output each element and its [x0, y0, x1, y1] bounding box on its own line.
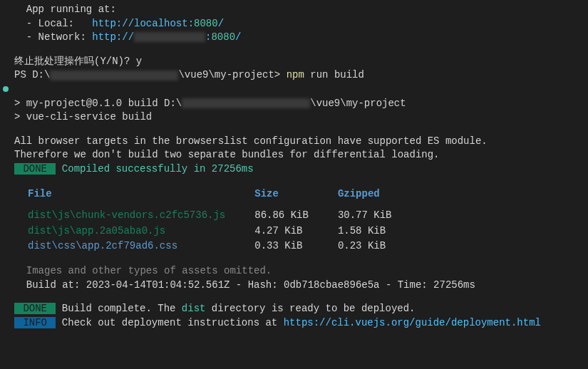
- info-badge: INFO: [14, 317, 56, 328]
- col-size: Size: [254, 187, 337, 209]
- file-cell: dist\js\app.2a05aba0.js: [27, 224, 254, 239]
- size-cell: 86.86 KiB: [254, 208, 337, 224]
- app-running-local: - Local: http://localhost:8080/: [14, 17, 574, 31]
- col-gzipped: Gzipped: [337, 187, 421, 209]
- redacted-host: [134, 32, 205, 42]
- build-cli-line: > vue-cli-service build: [14, 110, 574, 125]
- table-row: dist\js\chunk-vendors.c2fc5736.js86.86 K…: [27, 208, 421, 224]
- done-build-complete: DONE Build complete. The dist directory …: [14, 302, 574, 316]
- col-file: File: [27, 187, 254, 209]
- build-files-table: File Size Gzipped dist\js\chunk-vendors.…: [27, 187, 421, 254]
- compiled-line: DONE Compiled successfully in 27256ms: [14, 162, 574, 177]
- done-badge-2: DONE: [14, 303, 56, 314]
- assets-omitted: Images and other types of assets omitted…: [14, 264, 574, 279]
- table-header-row: File Size Gzipped: [27, 187, 421, 209]
- terminate-prompt: 终止批处理操作吗(Y/N)? y: [14, 55, 574, 69]
- redacted-path2: [182, 98, 310, 108]
- size-cell: 4.27 KiB: [254, 224, 337, 239]
- table-row: dist\js\app.2a05aba0.js4.27 KiB1.58 KiB: [27, 224, 421, 239]
- gzipped-cell: 0.23 KiB: [337, 239, 421, 254]
- body-differential: Therefore we don't build two separate bu…: [14, 148, 574, 162]
- build-meta: Build at: 2023-04-14T01:04:52.561Z - Has…: [14, 279, 574, 293]
- gzipped-cell: 1.58 KiB: [337, 224, 421, 239]
- info-deployment: INFO Check out deployment instructions a…: [14, 316, 574, 331]
- app-running-network: - Network: http://:8080/: [14, 31, 574, 45]
- redacted-path: [50, 71, 178, 80]
- indicator-dot-line: [14, 83, 574, 97]
- deployment-url[interactable]: https://cli.vuejs.org/guide/deployment.h…: [284, 317, 541, 328]
- file-cell: dist\js\chunk-vendors.c2fc5736.js: [27, 208, 254, 224]
- gzipped-cell: 30.77 KiB: [337, 208, 421, 224]
- activity-dot-icon: [3, 86, 9, 92]
- terminal-output: App running at: - Local: http://localhos…: [0, 0, 588, 337]
- body-es-module: All browser targets in the browserslist …: [14, 135, 574, 149]
- network-url[interactable]: http://:8080/: [92, 31, 241, 43]
- ps-prompt[interactable]: PS D:\\vue9\my-project> npm run build: [14, 68, 574, 83]
- local-url[interactable]: http://localhost:8080/: [92, 18, 224, 29]
- file-cell: dist\css\app.2cf79ad6.css: [27, 239, 254, 254]
- table-row: dist\css\app.2cf79ad6.css0.33 KiB0.23 Ki…: [27, 239, 421, 254]
- done-badge: DONE: [14, 163, 56, 175]
- build-package-line: > my-project@0.1.0 build D:\\vue9\my-pro…: [14, 97, 574, 111]
- size-cell: 0.33 KiB: [254, 239, 337, 254]
- app-running-header: App running at:: [14, 3, 574, 17]
